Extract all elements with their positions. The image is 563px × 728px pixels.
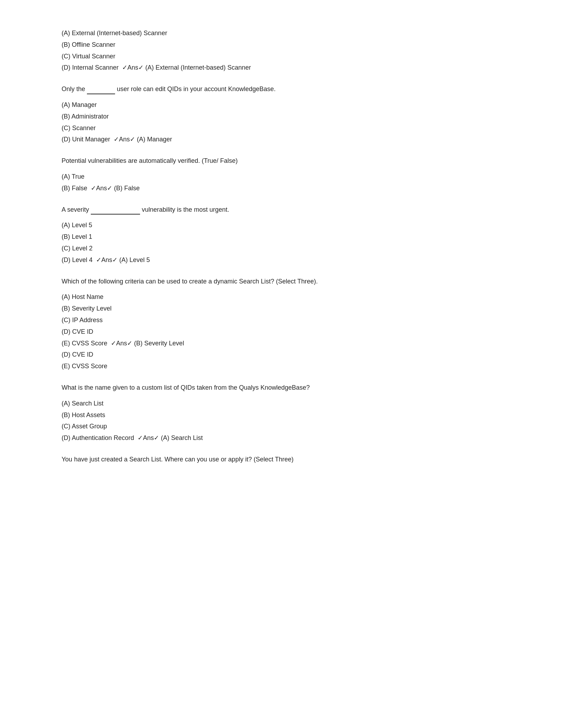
option-list-4: (A) Level 5 (B) Level 1 (C) Level 2 (D) … <box>62 220 501 265</box>
option-2b: (B) Administrator <box>62 111 501 122</box>
option-1d: (D) Internal Scanner ✓Ans✓ (A) External … <box>62 63 501 73</box>
answer-checkmark-4: ✓Ans✓ (A) Level 5 <box>96 256 150 263</box>
option-5d-extra: (D) CVE ID <box>62 350 501 360</box>
option-6c: (C) Asset Group <box>62 421 501 432</box>
option-1b: (B) Offline Scanner <box>62 40 501 50</box>
question-block-3: Potential vulnerabilities are automatica… <box>62 156 501 193</box>
option-6d: (D) Authentication Record ✓Ans✓ (A) Sear… <box>62 433 501 443</box>
option-4b: (B) Level 1 <box>62 232 501 242</box>
option-5d: (D) CVE ID <box>62 327 501 337</box>
question-block-7: You have just created a Search List. Whe… <box>62 454 501 465</box>
question-text-2: Only the user role can edit QIDs in your… <box>62 84 501 94</box>
question-block-1: (A) External (Internet-based) Scanner (B… <box>62 28 501 73</box>
question-text-5: Which of the following criteria can be u… <box>62 276 501 287</box>
option-4a: (A) Level 5 <box>62 220 501 230</box>
option-5b: (B) Severity Level <box>62 304 501 314</box>
question-text-6: What is the name given to a custom list … <box>62 383 501 393</box>
question-block-2: Only the user role can edit QIDs in your… <box>62 84 501 145</box>
option-4d: (D) Level 4 ✓Ans✓ (A) Level 5 <box>62 255 501 265</box>
option-6a: (A) Search List <box>62 398 501 409</box>
option-list-5: (A) Host Name (B) Severity Level (C) IP … <box>62 292 501 371</box>
option-1a: (A) External (Internet-based) Scanner <box>62 28 501 38</box>
blank-4 <box>91 208 140 215</box>
option-3a: (A) True <box>62 172 501 182</box>
question-text-3: Potential vulnerabilities are automatica… <box>62 156 501 166</box>
option-list-2: (A) Manager (B) Administrator (C) Scanne… <box>62 100 501 145</box>
question-block-4: A severity vulnerability is the most urg… <box>62 205 501 265</box>
answer-checkmark-2: ✓Ans✓ (A) Manager <box>114 136 172 143</box>
option-5c: (C) IP Address <box>62 315 501 325</box>
answer-checkmark-6: ✓Ans✓ (A) Search List <box>138 434 203 441</box>
option-2d: (D) Unit Manager ✓Ans✓ (A) Manager <box>62 134 501 145</box>
option-list-3: (A) True (B) False ✓Ans✓ (B) False <box>62 172 501 193</box>
question-block-6: What is the name given to a custom list … <box>62 383 501 443</box>
answer-checkmark-5: ✓Ans✓ (B) Severity Level <box>111 340 184 347</box>
question-block-5: Which of the following criteria can be u… <box>62 276 501 371</box>
option-5e: (E) CVSS Score ✓Ans✓ (B) Severity Level <box>62 338 501 349</box>
question-text-7: You have just created a Search List. Whe… <box>62 454 501 465</box>
option-1c: (C) Virtual Scanner <box>62 51 501 62</box>
option-list-6: (A) Search List (B) Host Assets (C) Asse… <box>62 398 501 443</box>
answer-checkmark-3: ✓Ans✓ (B) False <box>91 185 140 192</box>
option-list-1: (A) External (Internet-based) Scanner (B… <box>62 28 501 73</box>
page-content: (A) External (Internet-based) Scanner (B… <box>0 0 563 504</box>
option-4c: (C) Level 2 <box>62 243 501 254</box>
option-3b: (B) False ✓Ans✓ (B) False <box>62 183 501 193</box>
option-2a: (A) Manager <box>62 100 501 110</box>
option-6b: (B) Host Assets <box>62 410 501 420</box>
option-5a: (A) Host Name <box>62 292 501 302</box>
question-text-4: A severity vulnerability is the most urg… <box>62 205 501 215</box>
option-5e-extra: (E) CVSS Score <box>62 361 501 371</box>
blank-2 <box>87 87 115 94</box>
option-2c: (C) Scanner <box>62 123 501 133</box>
answer-checkmark-1: ✓Ans✓ (A) External (Internet-based) Scan… <box>122 64 251 71</box>
